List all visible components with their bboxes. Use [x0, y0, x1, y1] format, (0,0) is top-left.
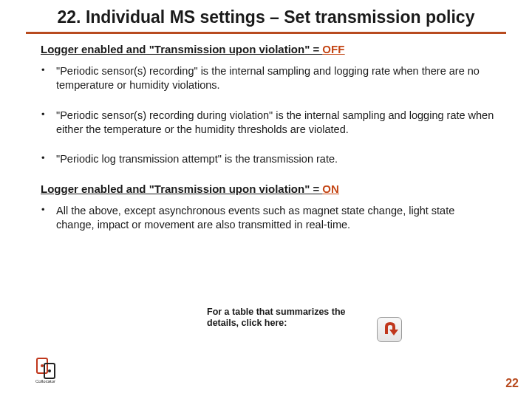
- note-row: For a table that summarizes the details,…: [207, 307, 458, 342]
- list-item: "Periodic sensor(s) recording during vio…: [37, 109, 495, 137]
- subhead-off: Logger enabled and "Transmission upon vi…: [41, 43, 532, 55]
- subhead-off-prefix: Logger enabled and "Transmission upon vi…: [41, 43, 322, 55]
- note-text: For a table that summarizes the details,…: [207, 307, 377, 329]
- bullets-off: "Periodic sensor(s) recording" is the in…: [37, 64, 495, 166]
- slide-title: 22. Individual MS settings – Set transmi…: [30, 7, 502, 27]
- list-item: "Periodic log transmission attempt" is t…: [37, 152, 495, 166]
- list-item: "Periodic sensor(s) recording" is the in…: [37, 64, 495, 92]
- page-number: 22: [505, 377, 519, 390]
- subhead-on-state: ON: [322, 183, 339, 195]
- svg-text:Collocator: Collocator: [35, 379, 55, 383]
- subhead-on-prefix: Logger enabled and "Transmission upon vi…: [41, 183, 322, 195]
- list-item: All the above, except asynchronous event…: [37, 204, 495, 232]
- bullets-on: All the above, except asynchronous event…: [37, 204, 495, 232]
- subhead-off-state: OFF: [322, 43, 344, 55]
- brand-logo: Collocator: [30, 356, 66, 384]
- subhead-on: Logger enabled and "Transmission upon vi…: [41, 183, 532, 195]
- title-underline: [26, 32, 506, 34]
- svg-point-3: [48, 369, 51, 372]
- u-turn-arrow-icon: [381, 321, 400, 340]
- svg-point-2: [41, 364, 44, 367]
- back-link-button[interactable]: [377, 317, 402, 342]
